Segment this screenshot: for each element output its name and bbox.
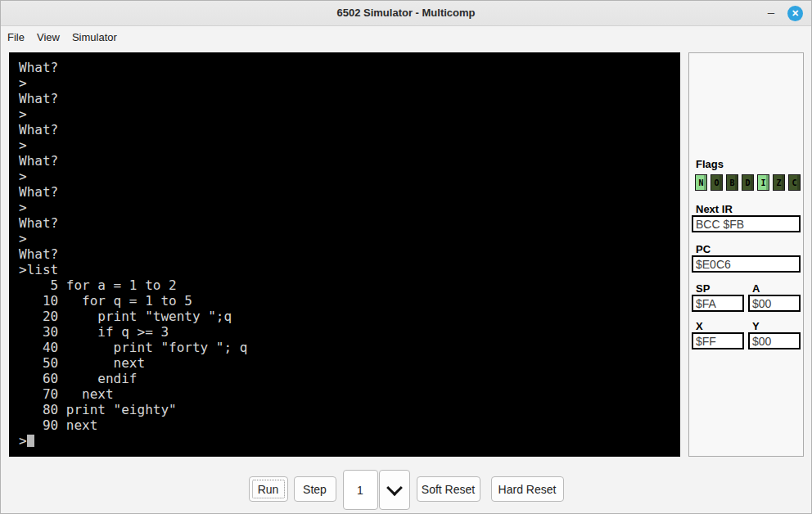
- flag-C: C: [788, 174, 801, 191]
- window-title: 6502 Simulator - Multicomp: [1, 1, 811, 25]
- x-field[interactable]: [692, 332, 744, 349]
- step-count-dropdown[interactable]: [379, 470, 410, 510]
- pc-label: PC: [696, 243, 710, 255]
- y-field[interactable]: [748, 332, 801, 349]
- next-ir-field[interactable]: [692, 215, 801, 232]
- flag-B: B: [726, 174, 738, 191]
- menu-view[interactable]: View: [33, 29, 64, 45]
- menu-simulator[interactable]: Simulator: [68, 29, 121, 45]
- control-bar: Run Step 1 Soft Reset Hard Reset: [1, 470, 811, 510]
- app-window: 6502 Simulator - Multicomp – ✕ File View…: [0, 0, 812, 514]
- close-icon: ✕: [792, 8, 799, 19]
- next-ir-label: Next IR: [696, 203, 733, 215]
- sp-label: SP: [696, 282, 710, 295]
- terminal-output: What? > What? > What? > What? > What? > …: [19, 60, 680, 449]
- hard-reset-button[interactable]: Hard Reset: [491, 476, 564, 502]
- register-panel: Flags NOBDIZC Next IR PC SP A X Y: [688, 52, 804, 457]
- terminal-cursor: [27, 435, 34, 447]
- flags-row: NOBDIZC: [695, 174, 801, 191]
- a-label: A: [752, 282, 760, 295]
- soft-reset-button[interactable]: Soft Reset: [417, 476, 480, 502]
- terminal-text: What? > What? > What? > What? > What? > …: [19, 60, 247, 449]
- x-label: X: [696, 320, 703, 332]
- terminal-screen[interactable]: What? > What? > What? > What? > What? > …: [9, 52, 680, 457]
- a-field[interactable]: [748, 295, 801, 312]
- titlebar: 6502 Simulator - Multicomp – ✕: [1, 1, 811, 26]
- minimize-button[interactable]: –: [762, 1, 780, 25]
- step-count-combo: 1: [343, 470, 410, 510]
- run-button[interactable]: Run: [249, 476, 288, 502]
- step-count-value[interactable]: 1: [343, 470, 378, 510]
- step-button[interactable]: Step: [294, 476, 336, 502]
- close-button[interactable]: ✕: [787, 6, 803, 21]
- flag-N: N: [695, 174, 707, 191]
- menubar: File View Simulator: [1, 26, 811, 47]
- y-label: Y: [752, 320, 760, 332]
- menu-file[interactable]: File: [3, 29, 29, 45]
- flags-label: Flags: [696, 158, 724, 170]
- pc-field[interactable]: [692, 255, 801, 273]
- sp-field[interactable]: [692, 295, 744, 312]
- flag-Z: Z: [773, 174, 785, 191]
- flag-O: O: [710, 174, 723, 191]
- flag-I: I: [757, 174, 769, 191]
- chevron-down-icon: [386, 480, 403, 496]
- flag-D: D: [742, 174, 754, 191]
